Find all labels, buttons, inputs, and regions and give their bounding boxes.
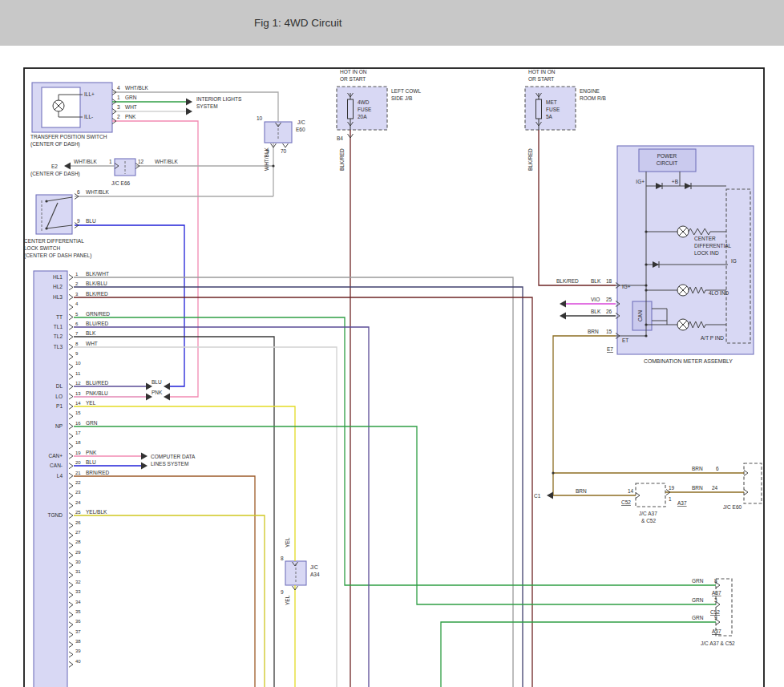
ecu-wire-label: GRN	[86, 420, 98, 426]
diagram-label: 1	[109, 159, 112, 164]
pin-chevron	[69, 434, 73, 439]
ecu-pin-number: 37	[75, 629, 81, 634]
ecu-pin-number: 26	[75, 520, 81, 525]
ecu-terminal-label: CAN+	[48, 453, 63, 459]
diagram-label: 20A	[358, 114, 367, 119]
diagram-label: WHT/BLK	[264, 147, 269, 171]
ecu-pin-number: 27	[75, 530, 81, 535]
diagram-label: OR START	[340, 76, 366, 82]
ecu-pin-number: 12	[75, 381, 81, 386]
diagram-label: E7	[607, 346, 613, 352]
diagram-label: ROOM R/B	[580, 95, 606, 101]
flow-arrow	[186, 108, 192, 115]
diagram-label: 1	[117, 95, 120, 100]
diagram-label: ILL+	[84, 91, 95, 97]
diagram-label: C1	[534, 493, 541, 499]
jc-a37-c52-bottom	[716, 579, 732, 636]
junction-dot	[645, 289, 647, 291]
pin-chevron	[69, 612, 73, 617]
ecu-wire-label: BLK	[86, 330, 96, 336]
ecu-wire-label: BLU/RED	[86, 380, 108, 386]
ecu-6-blured	[74, 327, 369, 687]
lock-pin9-blu	[75, 225, 184, 386]
ecu-pin-number: 31	[75, 569, 81, 574]
diagram-label: A/T P IND	[701, 335, 724, 341]
pin-chevron	[69, 354, 73, 360]
diagram-label: GRN	[692, 578, 704, 584]
ecu-pin-number: 5	[75, 312, 79, 317]
diagram-label: 8	[281, 556, 284, 561]
diagram-label: LEFT COWL	[391, 88, 421, 94]
ecu-pin-number: 11	[75, 371, 81, 376]
diagram-label: 3	[714, 597, 717, 603]
ecu-terminal-label: HL3	[53, 294, 63, 300]
junction-dot	[645, 263, 647, 265]
pin-chevron	[69, 324, 73, 329]
ecu-5-grnred	[74, 317, 716, 585]
pin-chevron	[69, 275, 73, 281]
flow-arrow	[547, 492, 553, 499]
ecu-pin-number: 32	[75, 580, 81, 584]
diagram-label: C52	[710, 609, 720, 615]
ecu-1-blkwht	[74, 277, 513, 687]
ecu-pin-number: 28	[75, 539, 81, 544]
diagram-label: YEL	[285, 537, 290, 548]
pin-chevron	[69, 642, 73, 648]
pin-chevron	[69, 453, 73, 459]
flow-arrow	[164, 383, 170, 390]
diagram-label: WHT/BLK	[155, 159, 179, 164]
diagram-label: FUSE	[358, 107, 372, 112]
ecu-pin-number: 9	[75, 351, 79, 356]
ecu-terminal-label: TL1	[54, 324, 63, 329]
pin-chevron	[69, 652, 73, 657]
diagram-label: DIFFERENTIAL	[694, 243, 732, 249]
pin-chevron	[744, 471, 748, 476]
diagram-label: 2	[117, 114, 120, 119]
pin-chevron	[69, 582, 73, 588]
diagram-label: A37	[712, 628, 721, 634]
diagram-label: COMBINATION METER ASSEMBLY	[644, 358, 733, 364]
grn-riser	[441, 622, 716, 687]
diagram-label: C52	[621, 499, 631, 505]
ecu-pin-number: 2	[75, 281, 79, 286]
diagram-label: WHT	[125, 104, 137, 110]
ecu-pin-number: 29	[75, 550, 81, 555]
diagram-label: BRN	[692, 466, 703, 471]
ecu-terminal-label: TGND	[48, 512, 63, 518]
diagram-label: 10	[257, 115, 263, 121]
diagram-label: 9	[77, 218, 80, 224]
ecu-pin-number: 4	[75, 301, 79, 306]
ecu-pin-number: 10	[75, 361, 81, 366]
diagram-label: PNK	[125, 114, 136, 119]
junction-dot	[552, 471, 554, 474]
diagram-label: YEL	[285, 595, 290, 605]
pin-chevron	[69, 473, 73, 479]
diagram-label: CIRCUIT	[657, 160, 677, 166]
diagram-label: FUSE	[546, 107, 560, 112]
diagram-label: J/C E66	[111, 180, 131, 186]
flow-arrow	[141, 463, 148, 470]
diagram-label: PNK	[152, 390, 163, 395]
diagram-label: LINES SYSTEM	[151, 461, 188, 467]
diagram-label: A37	[677, 500, 687, 506]
ecu-8-wht	[74, 347, 337, 687]
ecu-wire-label: BLK/WHT	[86, 271, 109, 277]
diagram-label: 9	[281, 589, 284, 595]
pin-chevron	[283, 143, 289, 148]
ecu-terminal-label: CAN-	[50, 463, 63, 468]
ecu-wire-label: GRN/RED	[86, 311, 110, 317]
diagram-label: SYSTEM	[196, 103, 218, 109]
ecu-wire-label: BRN/RED	[86, 470, 110, 475]
pin-chevron	[69, 563, 73, 568]
diagram-label: BLK/RED	[339, 148, 345, 171]
pin-chevron	[69, 622, 73, 628]
flow-arrow	[64, 163, 71, 170]
ecu-pin-number: 36	[75, 619, 81, 624]
pin-chevron	[69, 285, 73, 290]
diagram-label: 8	[714, 578, 717, 584]
junction-dot	[645, 323, 647, 325]
pin-chevron	[69, 532, 73, 538]
pin-chevron	[69, 592, 73, 598]
pin-chevron	[69, 374, 73, 379]
ecu-pin-number: 22	[75, 480, 81, 485]
